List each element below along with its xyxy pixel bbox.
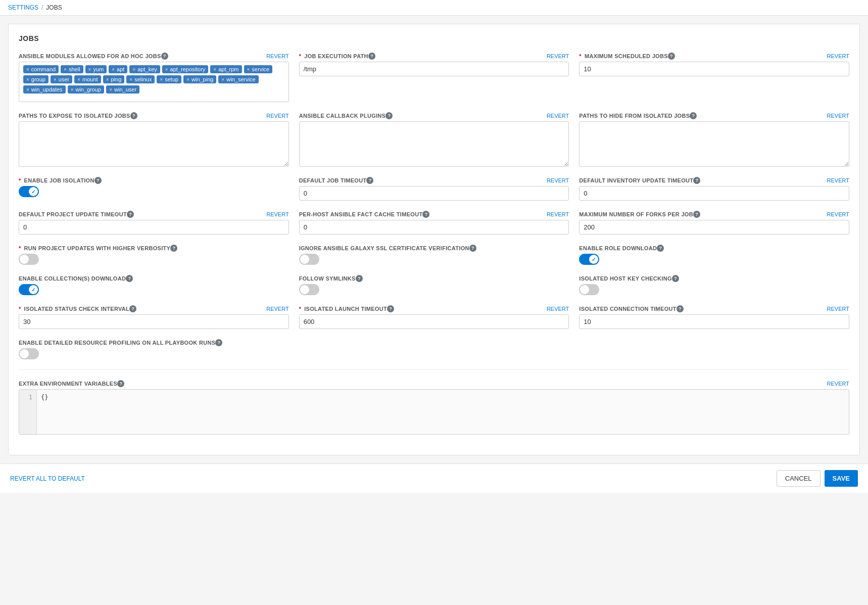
default-inventory-update-timeout-input[interactable] <box>579 186 849 201</box>
enable-role-download-group: ENABLE ROLE DOWNLOAD ? ✓ <box>579 245 849 265</box>
tag-user[interactable]: × user <box>51 75 72 83</box>
ansible-callback-plugins-help-icon[interactable]: ? <box>385 112 393 119</box>
tag-win-user[interactable]: × win_user <box>106 85 139 94</box>
extra-env-vars-editor[interactable]: 1 {} <box>19 389 849 435</box>
enable-role-download-help-icon[interactable]: ? <box>657 245 664 252</box>
isolated-status-check-interval-help-icon[interactable]: ? <box>129 305 136 312</box>
paths-expose-revert[interactable]: REVERT <box>266 113 288 119</box>
default-inventory-update-timeout-revert[interactable]: REVERT <box>827 177 849 183</box>
enable-collections-download-help-icon[interactable]: ? <box>126 275 133 282</box>
isolated-status-check-interval-input[interactable] <box>19 314 289 329</box>
paths-hide-label: PATHS TO HIDE FROM ISOLATED JOBS <box>579 113 690 119</box>
nav-separator: / <box>41 4 43 11</box>
isolated-connection-timeout-help-icon[interactable]: ? <box>677 305 684 312</box>
isolated-launch-timeout-help-icon[interactable]: ? <box>387 305 394 312</box>
ansible-modules-revert[interactable]: REVERT <box>266 53 288 59</box>
per-host-fact-cache-timeout-input[interactable] <box>299 220 569 235</box>
code-content[interactable]: {} <box>37 390 849 434</box>
ansible-modules-group: ANSIBLE MODULES ALLOWED FOR AD HOC JOBS … <box>19 53 289 102</box>
default-project-update-timeout-input[interactable] <box>19 220 289 235</box>
per-host-fact-cache-timeout-revert[interactable]: REVERT <box>547 211 569 217</box>
tag-service[interactable]: × service <box>244 65 273 73</box>
tag-selinux[interactable]: × selinux <box>126 75 155 83</box>
default-job-timeout-revert[interactable]: REVERT <box>547 177 569 183</box>
isolated-connection-timeout-revert[interactable]: REVERT <box>827 306 849 312</box>
extra-env-vars-help-icon[interactable]: ? <box>117 380 124 387</box>
paths-hide-revert[interactable]: REVERT <box>827 113 849 119</box>
isolated-launch-timeout-revert[interactable]: REVERT <box>547 306 569 312</box>
revert-all-button[interactable]: REVERT ALL TO DEFAULT <box>10 475 85 482</box>
ansible-modules-help-icon[interactable]: ? <box>161 53 168 60</box>
paths-hide-help-icon[interactable]: ? <box>690 112 697 119</box>
ignore-galaxy-ssl-help-icon[interactable]: ? <box>469 245 476 252</box>
tag-setup[interactable]: × setup <box>157 75 181 83</box>
job-execution-path-revert[interactable]: REVERT <box>547 53 569 59</box>
tag-apt-key[interactable]: × apt_key <box>129 65 160 73</box>
enable-job-isolation-toggle[interactable]: ✓ <box>19 186 39 197</box>
max-scheduled-jobs-revert[interactable]: REVERT <box>827 53 849 59</box>
tag-command[interactable]: × command <box>23 65 59 73</box>
enable-job-isolation-help-icon[interactable]: ? <box>94 177 102 184</box>
default-project-update-timeout-help-icon[interactable]: ? <box>127 211 134 218</box>
max-forks-per-job-help-icon[interactable]: ? <box>693 211 700 218</box>
isolated-status-check-interval-label: ISOLATED STATUS CHECK INTERVAL <box>19 306 129 312</box>
extra-env-vars-revert[interactable]: REVERT <box>827 381 849 387</box>
isolated-status-check-interval-revert[interactable]: REVERT <box>266 306 288 312</box>
default-job-timeout-label: DEFAULT JOB TIMEOUT <box>299 177 367 183</box>
enable-collections-download-toggle[interactable]: ✓ <box>19 284 39 295</box>
tag-ping[interactable]: × ping <box>103 75 125 83</box>
job-execution-path-input[interactable] <box>299 62 569 76</box>
isolated-host-key-checking-toggle[interactable] <box>579 284 599 295</box>
tag-yum[interactable]: × yum <box>85 65 107 73</box>
cancel-button[interactable]: CANCEL <box>777 470 821 487</box>
default-job-timeout-input[interactable] <box>299 186 569 201</box>
follow-symlinks-help-icon[interactable]: ? <box>356 275 363 282</box>
max-forks-per-job-label: MAXIMUM NUMBER OF FORKS PER JOB <box>579 211 693 217</box>
per-host-fact-cache-timeout-help-icon[interactable]: ? <box>422 211 429 218</box>
tag-group[interactable]: × group <box>23 75 49 83</box>
job-execution-path-help-icon[interactable]: ? <box>368 53 375 60</box>
enable-resource-profiling-label: ENABLE DETAILED RESOURCE PROFILING ON AL… <box>19 340 215 346</box>
max-forks-per-job-revert[interactable]: REVERT <box>827 211 849 217</box>
ignore-galaxy-ssl-toggle[interactable] <box>299 254 319 265</box>
paths-expose-input[interactable] <box>19 121 289 167</box>
default-inventory-update-timeout-help-icon[interactable]: ? <box>693 177 700 184</box>
ansible-modules-label: ANSIBLE MODULES ALLOWED FOR AD HOC JOBS <box>19 53 161 59</box>
default-project-update-timeout-revert[interactable]: REVERT <box>266 211 288 217</box>
run-project-updates-toggle[interactable] <box>19 254 39 265</box>
paths-expose-help-icon[interactable]: ? <box>130 112 137 119</box>
tag-apt-repository[interactable]: × apt_repository <box>162 65 209 73</box>
paths-expose-label: PATHS TO EXPOSE TO ISOLATED JOBS <box>19 113 130 119</box>
toggle-check-icon: ✓ <box>31 189 35 195</box>
tag-win-group[interactable]: × win_group <box>68 85 105 94</box>
isolated-launch-timeout-input[interactable] <box>299 314 569 329</box>
job-execution-path-label: JOB EXECUTION PATH <box>299 53 368 59</box>
tag-apt[interactable]: × apt <box>109 65 127 73</box>
tag-shell[interactable]: × shell <box>61 65 83 73</box>
default-job-timeout-help-icon[interactable]: ? <box>366 177 373 184</box>
enable-resource-profiling-help-icon[interactable]: ? <box>215 339 222 346</box>
isolated-connection-timeout-input[interactable] <box>579 314 849 329</box>
isolated-host-key-checking-help-icon[interactable]: ? <box>672 275 679 282</box>
paths-hide-input[interactable] <box>579 121 849 167</box>
toggle-check-icon-role: ✓ <box>592 257 596 262</box>
max-scheduled-jobs-input[interactable] <box>579 62 849 76</box>
ansible-callback-plugins-revert[interactable]: REVERT <box>547 113 569 119</box>
follow-symlinks-toggle[interactable] <box>299 284 319 295</box>
isolated-launch-timeout-group: ISOLATED LAUNCH TIMEOUT ? REVERT <box>299 305 569 329</box>
ansible-modules-tags[interactable]: × command × shell × yum × apt × apt_key … <box>19 62 289 102</box>
settings-nav-link[interactable]: SETTINGS <box>8 4 38 11</box>
default-inventory-update-timeout-label: DEFAULT INVENTORY UPDATE TIMEOUT <box>579 177 693 183</box>
tag-win-updates[interactable]: × win_updates <box>23 85 66 94</box>
max-scheduled-jobs-help-icon[interactable]: ? <box>668 53 675 60</box>
enable-role-download-toggle[interactable]: ✓ <box>579 254 599 265</box>
tag-win-ping[interactable]: × win_ping <box>183 75 216 83</box>
save-button[interactable]: SAVE <box>825 470 858 487</box>
enable-resource-profiling-toggle[interactable] <box>19 348 39 359</box>
tag-mount[interactable]: × mount <box>74 75 101 83</box>
run-project-updates-help-icon[interactable]: ? <box>170 245 177 252</box>
tag-apt-rpm[interactable]: × apt_rpm <box>210 65 242 73</box>
ansible-callback-plugins-input[interactable] <box>299 121 569 167</box>
max-forks-per-job-input[interactable] <box>579 220 849 235</box>
tag-win-service[interactable]: × win_service <box>218 75 258 83</box>
